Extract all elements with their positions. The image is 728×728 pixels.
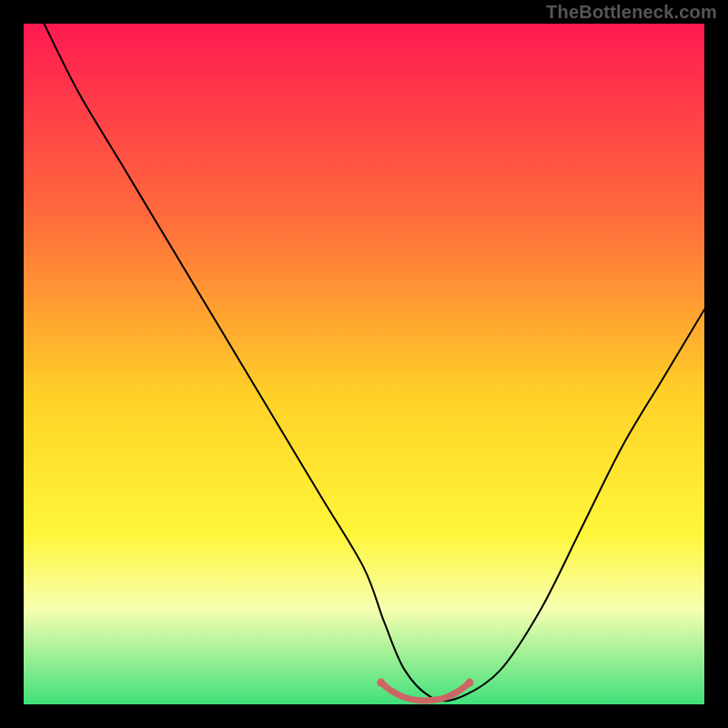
watermark-label: TheBottleneck.com [546,2,717,23]
bottom-dot-left [377,679,385,687]
bottom-dot-right [465,679,473,687]
gradient-background [24,24,704,704]
plot-area [24,24,704,704]
bottleneck-curve-chart [24,24,704,704]
chart-frame: TheBottleneck.com [0,0,728,728]
